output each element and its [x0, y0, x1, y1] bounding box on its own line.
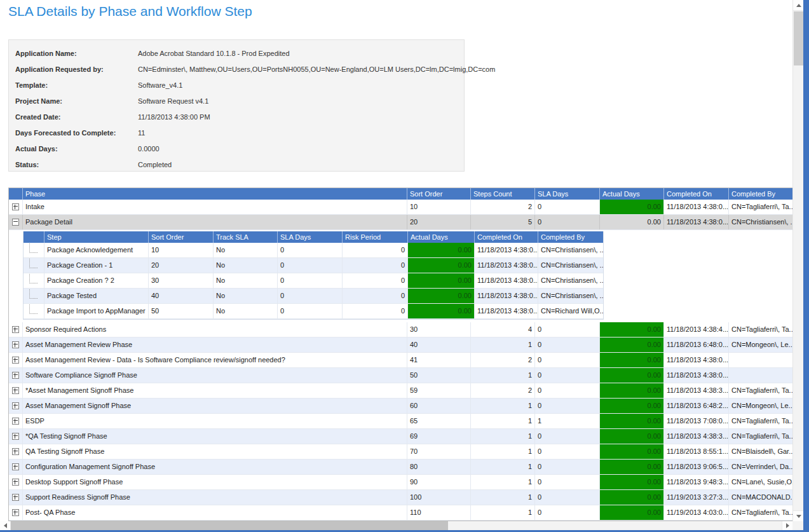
- tree-indent: [24, 243, 44, 257]
- completed-on: 11/18/2013 4:38:0...: [664, 368, 729, 383]
- expand-icon[interactable]: [12, 479, 19, 486]
- info-label: Project Name:: [15, 93, 138, 109]
- sort-order: 41: [407, 353, 471, 367]
- phase-name: Sponsor Required Actions: [23, 322, 407, 337]
- completed-on: 11/18/2013 4:38:0...: [475, 304, 538, 318]
- column-header: Actual Days: [600, 188, 664, 200]
- completed-on: 11/18/2013 9:48:3...: [664, 475, 729, 489]
- track-sla: No: [214, 304, 278, 318]
- steps-count: 1: [471, 399, 535, 413]
- completed-on: 11/18/2013 4:38:3...: [664, 383, 729, 398]
- expand-cell[interactable]: [9, 490, 23, 505]
- scroll-right-button[interactable]: [782, 521, 792, 530]
- sort-order: 69: [407, 429, 471, 444]
- expand-icon[interactable]: [12, 463, 19, 470]
- expand-icon[interactable]: [12, 326, 19, 333]
- phase-row: Desktop Support Signoff Phase90100.0011/…: [9, 475, 792, 490]
- sort-order: 40: [149, 289, 214, 303]
- collapse-icon[interactable]: [12, 219, 19, 226]
- info-value: Software Request v4.1: [138, 93, 208, 109]
- expand-icon[interactable]: [12, 448, 19, 455]
- completed-on: 11/18/2013 7:08:0...: [664, 414, 729, 428]
- expand-icon[interactable]: [12, 387, 19, 394]
- tree-connector-icon: [29, 259, 37, 268]
- info-row: Template:Software_v4.1: [9, 78, 464, 93]
- tree-indent: [24, 273, 44, 288]
- completed-by: CN=Tagliaferri\, Ta...: [729, 505, 792, 520]
- expand-icon[interactable]: [12, 357, 19, 364]
- expand-cell[interactable]: [9, 505, 23, 520]
- scroll-up-button[interactable]: [793, 0, 804, 11]
- tree-connector-icon: [29, 304, 37, 314]
- expand-icon[interactable]: [12, 433, 19, 440]
- expand-cell[interactable]: [9, 200, 23, 214]
- step-row: Package Tested40No000.0011/18/2013 4:38:…: [24, 289, 603, 304]
- sla-days: 0: [278, 258, 343, 273]
- step-row: Package Import to AppManager50No000.0011…: [24, 304, 603, 319]
- expand-cell[interactable]: [9, 368, 23, 383]
- column-header: Risk Period: [343, 231, 408, 243]
- expand-cell[interactable]: [9, 322, 23, 337]
- phase-name: ESDP: [23, 414, 407, 428]
- phase-row: Asset Management Review - Data - Is Soft…: [9, 353, 792, 368]
- track-sla: No: [214, 273, 278, 288]
- completed-by: CN=Christiansen\, ...: [729, 215, 792, 229]
- completed-by: CN=Verrinder\, Da...: [729, 460, 792, 474]
- expand-cell[interactable]: [9, 215, 23, 229]
- expand-icon[interactable]: [12, 402, 19, 409]
- column-header: Track SLA: [214, 231, 278, 243]
- completed-on: 11/19/2013 3:27:3...: [664, 490, 729, 505]
- sort-order: 110: [407, 505, 471, 520]
- completed-on: 11/18/2013 8:55:1...: [664, 444, 729, 459]
- info-label: Status:: [15, 157, 138, 173]
- risk-period: 0: [343, 258, 408, 273]
- sla-days: 0: [535, 383, 600, 398]
- phase-name: Software Compliance Signoff Phase: [23, 368, 407, 383]
- vertical-scroll-thumb[interactable]: [794, 11, 803, 65]
- vertical-scrollbar[interactable]: [792, 0, 803, 521]
- steps-count: 1: [471, 490, 535, 505]
- phase-row: Post- QA Phase110100.0011/19/2013 4:03:0…: [9, 505, 792, 521]
- actual-days: 0.00: [600, 399, 664, 413]
- completed-by: CN=Christiansen\, ...: [538, 289, 603, 303]
- horizontal-scrollbar[interactable]: [0, 521, 792, 530]
- expand-cell[interactable]: [9, 460, 23, 474]
- actual-days: 0.00: [600, 414, 664, 428]
- expand-icon[interactable]: [12, 509, 19, 516]
- expand-cell[interactable]: [9, 399, 23, 413]
- expand-icon[interactable]: [12, 203, 19, 210]
- expand-cell[interactable]: [9, 444, 23, 459]
- step-table-header: StepSort OrderTrack SLASLA DaysRisk Peri…: [24, 231, 603, 243]
- completed-by: [729, 353, 792, 367]
- expand-cell[interactable]: [9, 383, 23, 398]
- scroll-up-icon: [796, 4, 801, 7]
- expand-icon[interactable]: [12, 372, 19, 379]
- scroll-down-button[interactable]: [793, 510, 804, 521]
- expand-cell[interactable]: [9, 338, 23, 352]
- actual-days: 0.00: [600, 505, 664, 520]
- header-spacer: [9, 188, 23, 200]
- expand-icon[interactable]: [12, 494, 19, 501]
- column-header: Phase: [23, 188, 407, 200]
- completed-by: CN=Tagliaferri\, Ta...: [729, 200, 792, 214]
- expand-cell[interactable]: [9, 429, 23, 444]
- actual-days: 0.00: [408, 289, 475, 303]
- sla-days: 0: [535, 338, 600, 352]
- steps-count: 5: [471, 215, 535, 229]
- horizontal-scroll-thumb[interactable]: [11, 521, 448, 530]
- expand-cell[interactable]: [9, 353, 23, 367]
- column-header: Steps Count: [471, 188, 535, 200]
- column-header: SLA Days: [278, 231, 343, 243]
- risk-period: 0: [343, 289, 408, 303]
- sla-days: 0: [535, 429, 600, 444]
- track-sla: No: [214, 289, 278, 303]
- phase-name: Package Detail: [23, 215, 407, 229]
- phase-row: Configuration Management Signoff Phase80…: [9, 460, 792, 475]
- phase-row: Asset Management Signoff Phase60100.0011…: [9, 399, 792, 414]
- expand-cell[interactable]: [9, 475, 23, 489]
- expand-icon[interactable]: [12, 341, 19, 348]
- expand-cell[interactable]: [9, 414, 23, 428]
- expand-icon[interactable]: [12, 418, 19, 425]
- scroll-left-button[interactable]: [0, 521, 11, 530]
- steps-count: 1: [471, 475, 535, 489]
